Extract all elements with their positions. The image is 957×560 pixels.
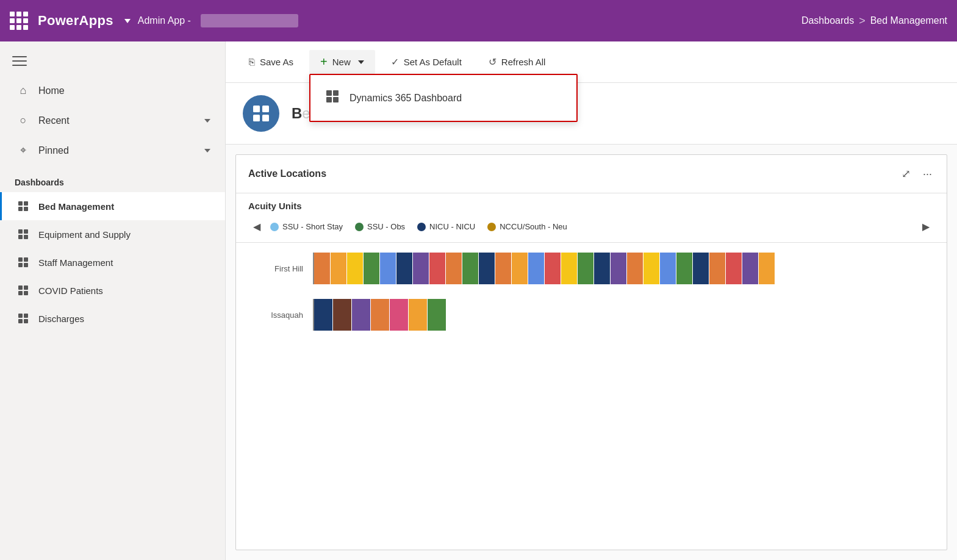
bar-segment bbox=[413, 253, 429, 284]
bar-segment bbox=[331, 253, 346, 284]
legend-prev-button[interactable]: ◀ bbox=[248, 218, 265, 235]
svg-rect-7 bbox=[24, 235, 28, 239]
app-name-label[interactable]: PowerApps bbox=[38, 13, 113, 29]
sidebar-item-home[interactable]: ⌂ Home bbox=[0, 76, 225, 106]
legend-item-nicu: NICU - NICU bbox=[417, 222, 475, 231]
bar-segment bbox=[347, 253, 363, 284]
bar-segment bbox=[594, 253, 610, 284]
chart-actions: ⤢ ··· bbox=[899, 165, 934, 183]
refresh-label: Refresh All bbox=[501, 57, 546, 67]
legend-label-nicu: NICU - NICU bbox=[429, 222, 475, 231]
svg-rect-0 bbox=[18, 201, 23, 206]
svg-rect-16 bbox=[18, 314, 23, 318]
svg-rect-6 bbox=[18, 235, 23, 239]
set-default-label: Set As Default bbox=[404, 57, 462, 67]
sidebar-home-label: Home bbox=[38, 85, 210, 96]
sidebar-item-equipment-supply[interactable]: Equipment and Supply bbox=[0, 220, 225, 248]
svg-rect-4 bbox=[18, 229, 23, 234]
bar-segment bbox=[390, 299, 408, 331]
sidebar: ⌂ Home ○ Recent ⌖ Pinned Dashboards bbox=[0, 41, 226, 560]
covid-dashboard-icon bbox=[16, 284, 30, 297]
bar-segment bbox=[495, 253, 511, 284]
content-area: ⎘ Save As + New bbox=[226, 41, 957, 560]
save-as-icon: ⎘ bbox=[249, 57, 255, 68]
svg-rect-1 bbox=[24, 201, 28, 206]
bar-segment bbox=[314, 299, 332, 331]
chart-row-label: First Hill bbox=[248, 264, 303, 273]
bar-segment bbox=[396, 253, 412, 284]
legend-label-ssu-short: SSU - Short Stay bbox=[282, 222, 343, 231]
refresh-all-button[interactable]: ↺ Refresh All bbox=[478, 51, 557, 73]
sidebar-item-covid-patients[interactable]: COVID Patients bbox=[0, 276, 225, 304]
legend-dot-nccu bbox=[487, 223, 496, 231]
save-as-button[interactable]: ⎘ Save As bbox=[238, 52, 304, 73]
dynamics-365-dashboard-option[interactable]: Dynamics 365 Dashboard bbox=[310, 77, 576, 118]
chart-title: Active Locations bbox=[248, 168, 326, 179]
bar-segment bbox=[676, 253, 692, 284]
active-locations-chart: Active Locations ⤢ ··· Acuity Units ◀ SS… bbox=[235, 154, 947, 550]
sidebar-item-bed-management[interactable]: Bed Management bbox=[0, 192, 225, 220]
legend-item-ssu-short-stay: SSU - Short Stay bbox=[270, 222, 343, 231]
bar-segment bbox=[446, 253, 462, 284]
admin-app-label: Admin App - bbox=[138, 15, 191, 26]
legend-label-nccu: NCCU/South - Neu bbox=[500, 222, 567, 231]
clock-icon: ○ bbox=[16, 114, 30, 127]
bar-segment bbox=[479, 253, 495, 284]
bar-segment bbox=[428, 299, 446, 331]
bar-segment bbox=[726, 253, 742, 284]
refresh-icon: ↺ bbox=[489, 56, 496, 68]
svg-rect-22 bbox=[326, 97, 332, 102]
sidebar-item-pinned[interactable]: ⌖ Pinned bbox=[0, 135, 225, 165]
sidebar-item-staff-management[interactable]: Staff Management bbox=[0, 248, 225, 276]
legend-dot-ssu-obs bbox=[355, 223, 364, 231]
sidebar-discharges-label: Discharges bbox=[38, 314, 84, 324]
chart-more-button[interactable]: ··· bbox=[920, 165, 934, 183]
bar-segment bbox=[578, 253, 593, 284]
app-name-chevron-icon[interactable] bbox=[124, 19, 131, 23]
svg-rect-25 bbox=[262, 106, 269, 112]
bar-segment bbox=[462, 253, 478, 284]
staff-dashboard-icon bbox=[16, 256, 30, 269]
breadcrumb-dashboards[interactable]: Dashboards bbox=[801, 15, 854, 26]
svg-rect-17 bbox=[24, 314, 28, 318]
recent-chevron-icon bbox=[204, 119, 210, 123]
avatar-dashboard-icon bbox=[252, 104, 270, 123]
app-launcher-icon[interactable] bbox=[10, 12, 28, 30]
bar-container bbox=[313, 253, 934, 284]
legend-next-button[interactable]: ▶ bbox=[917, 218, 934, 235]
breadcrumb: Dashboards > Bed Management bbox=[801, 15, 947, 27]
bar-segment bbox=[693, 253, 709, 284]
sidebar-pinned-label: Pinned bbox=[38, 145, 196, 156]
pin-icon: ⌖ bbox=[16, 144, 30, 157]
svg-rect-24 bbox=[253, 106, 260, 112]
bar-segment bbox=[643, 253, 659, 284]
svg-rect-14 bbox=[18, 291, 23, 295]
sidebar-recent-label: Recent bbox=[38, 115, 196, 126]
bar-segment bbox=[709, 253, 725, 284]
set-default-button[interactable]: ✓ Set As Default bbox=[380, 51, 473, 73]
chart-expand-button[interactable]: ⤢ bbox=[899, 165, 913, 183]
svg-rect-23 bbox=[333, 97, 339, 102]
chart-subheader: Acuity Units ◀ SSU - Short Stay SSU - Ob… bbox=[236, 193, 947, 243]
sidebar-item-discharges[interactable]: Discharges bbox=[0, 304, 225, 332]
chart-subtitle: Acuity Units bbox=[248, 201, 934, 211]
new-label: New bbox=[332, 57, 351, 67]
hamburger-menu-button[interactable] bbox=[0, 51, 225, 76]
bar-segment bbox=[314, 253, 330, 284]
svg-rect-13 bbox=[24, 285, 28, 290]
discharges-dashboard-icon bbox=[16, 312, 30, 325]
bar-segment bbox=[561, 253, 577, 284]
sidebar-item-recent[interactable]: ○ Recent bbox=[0, 106, 225, 135]
toolbar: ⎘ Save As + New bbox=[226, 41, 957, 83]
bar-segment bbox=[409, 299, 427, 331]
svg-rect-10 bbox=[18, 263, 23, 267]
new-button[interactable]: + New bbox=[309, 50, 375, 74]
bar-chart-area: First HillIssaquah bbox=[236, 243, 947, 340]
chart-row: First Hill bbox=[248, 253, 934, 284]
sidebar-bed-management-label: Bed Management bbox=[38, 201, 114, 212]
sidebar-staff-label: Staff Management bbox=[38, 257, 113, 268]
legend-item-nccu: NCCU/South - Neu bbox=[487, 222, 567, 231]
sidebar-equipment-label: Equipment and Supply bbox=[38, 229, 131, 240]
bar-segment bbox=[364, 253, 379, 284]
chart-row-label: Issaquah bbox=[248, 311, 303, 320]
